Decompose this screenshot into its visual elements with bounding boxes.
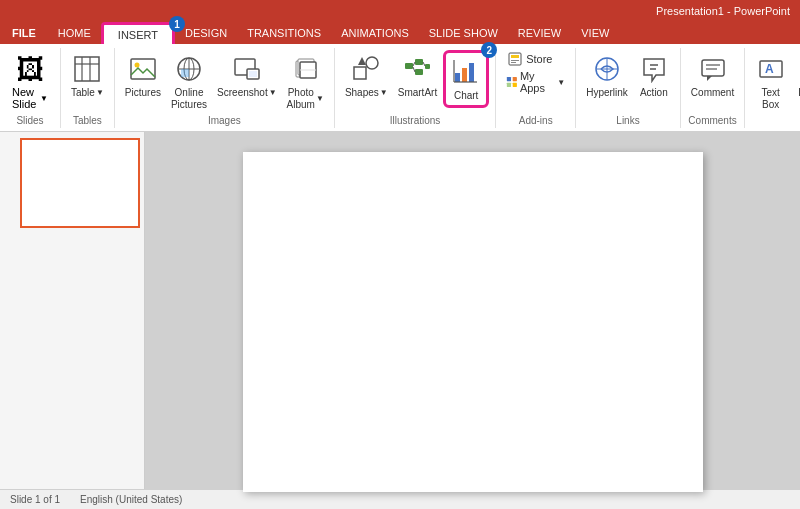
- tables-group-label: Tables: [73, 115, 102, 128]
- hyperlink-icon: [591, 53, 623, 85]
- menu-bar: FILE HOME INSERT 1 DESIGN TRANSITIONS AN…: [0, 22, 800, 44]
- svg-rect-22: [415, 59, 423, 65]
- svg-rect-35: [511, 60, 519, 61]
- svg-rect-4: [131, 59, 155, 79]
- smartart-button[interactable]: SmartArt: [394, 50, 441, 102]
- pictures-icon: [127, 53, 159, 85]
- smartart-label: SmartArt: [398, 87, 437, 99]
- online-pictures-label: OnlinePictures: [171, 87, 207, 111]
- svg-rect-28: [455, 73, 460, 82]
- comment-label: Comment: [691, 87, 734, 99]
- chart-icon: [450, 56, 482, 88]
- svg-marker-44: [644, 59, 664, 81]
- menu-animations[interactable]: ANIMATIONS: [331, 22, 419, 44]
- menu-review[interactable]: REVIEW: [508, 22, 571, 44]
- ribbon-group-comments: Comment Comments: [681, 48, 745, 128]
- comment-button[interactable]: Comment: [687, 50, 738, 102]
- ribbon: 🖼 New Slide ▼ Slides: [0, 44, 800, 132]
- callout-1: 1: [169, 16, 185, 32]
- header-footer-button[interactable]: Header& Footer: [792, 50, 800, 126]
- svg-rect-38: [513, 77, 517, 81]
- shapes-icon: [350, 53, 382, 85]
- myapps-arrow: ▼: [557, 78, 565, 87]
- screenshot-label: Screenshot▼: [217, 87, 277, 99]
- illustrations-items: Shapes▼: [339, 48, 491, 115]
- text-box-icon: A: [755, 53, 787, 85]
- ribbon-wrapper: 🖼 New Slide ▼ Slides: [0, 44, 800, 132]
- slide-thumb-content: [20, 138, 140, 228]
- table-button[interactable]: Table▼: [67, 50, 108, 102]
- main-area: 1: [0, 132, 800, 489]
- callout-2: 2: [481, 42, 497, 58]
- chart-button[interactable]: Chart: [443, 50, 489, 108]
- links-group-label: Links: [616, 115, 639, 128]
- menu-view[interactable]: VIEW: [571, 22, 619, 44]
- svg-rect-39: [507, 83, 511, 87]
- photo-album-icon: [289, 53, 321, 85]
- comment-icon: [697, 53, 729, 85]
- svg-rect-47: [702, 60, 724, 76]
- slide-info: Slide 1 of 1: [10, 494, 60, 505]
- chart-label: Chart: [454, 90, 478, 102]
- comments-group-label: Comments: [688, 115, 736, 128]
- slides-group-label: Slides: [16, 115, 43, 128]
- menu-slideshow[interactable]: SLIDE SHOW: [419, 22, 508, 44]
- svg-rect-33: [509, 53, 521, 65]
- ribbon-group-images: Pictures OnlinePictures: [115, 48, 335, 128]
- title-bar-text: Presentation1 - PowerPoint: [656, 5, 790, 17]
- online-pictures-button[interactable]: OnlinePictures: [167, 50, 211, 114]
- links-items: Hyperlink Action: [580, 48, 676, 115]
- hyperlink-label: Hyperlink: [586, 87, 628, 99]
- images-items: Pictures OnlinePictures: [119, 48, 330, 115]
- menu-home[interactable]: HOME: [48, 22, 101, 44]
- text-items: A TextBox Heade: [749, 48, 800, 126]
- text-box-button[interactable]: A TextBox: [751, 50, 790, 114]
- addins-items: Store My Apps ▼: [500, 48, 571, 115]
- tables-items: Table▼: [65, 48, 110, 115]
- svg-line-26: [413, 67, 415, 72]
- screenshot-icon: [231, 53, 263, 85]
- svg-rect-21: [405, 63, 413, 69]
- action-label: Action: [640, 87, 668, 99]
- new-slide-label: New Slide ▼: [12, 86, 48, 110]
- pictures-button[interactable]: Pictures: [121, 50, 165, 102]
- svg-rect-18: [354, 67, 366, 79]
- photo-album-button[interactable]: PhotoAlbum▼: [283, 50, 328, 114]
- svg-line-27: [423, 62, 425, 66]
- ribbon-group-tables: Table▼ Tables: [61, 48, 115, 128]
- store-button[interactable]: Store: [502, 50, 558, 68]
- svg-rect-13: [249, 71, 257, 77]
- ribbon-group-slides: 🖼 New Slide ▼ Slides: [0, 48, 61, 128]
- pictures-label: Pictures: [125, 87, 161, 99]
- action-button[interactable]: Action: [634, 50, 674, 102]
- svg-rect-40: [513, 83, 517, 87]
- smartart-icon: [401, 53, 433, 85]
- slide-thumbnail-1[interactable]: 1: [6, 138, 138, 228]
- svg-rect-0: [75, 57, 99, 81]
- menu-transitions[interactable]: TRANSITIONS: [237, 22, 331, 44]
- store-label: Store: [526, 53, 552, 65]
- svg-rect-37: [507, 77, 511, 81]
- ribbon-group-addins: Store My Apps ▼ Add-ins: [496, 48, 576, 128]
- new-slide-button[interactable]: 🖼 New Slide ▼: [6, 50, 54, 113]
- svg-line-25: [413, 62, 415, 66]
- slides-items: 🖼 New Slide ▼: [4, 48, 56, 115]
- ribbon-group-links: Hyperlink Action Links: [576, 48, 681, 128]
- svg-rect-10: [181, 69, 189, 77]
- slide-panel: 1: [0, 132, 145, 489]
- svg-point-5: [134, 63, 139, 68]
- header-footer-label: Header& Footer: [796, 87, 800, 123]
- title-bar: Presentation1 - PowerPoint: [0, 0, 800, 22]
- svg-rect-36: [511, 62, 516, 63]
- comments-items: Comment: [685, 48, 740, 115]
- store-icon: [508, 52, 522, 66]
- screenshot-button[interactable]: Screenshot▼: [213, 50, 281, 102]
- hyperlink-button[interactable]: Hyperlink: [582, 50, 632, 102]
- shapes-button[interactable]: Shapes▼: [341, 50, 392, 102]
- svg-point-19: [366, 57, 378, 69]
- my-apps-button[interactable]: My Apps ▼: [502, 68, 569, 96]
- photo-album-label: PhotoAlbum▼: [287, 87, 324, 111]
- menu-file[interactable]: FILE: [0, 22, 48, 44]
- menu-insert[interactable]: INSERT: [101, 22, 175, 44]
- svg-text:A: A: [765, 62, 774, 76]
